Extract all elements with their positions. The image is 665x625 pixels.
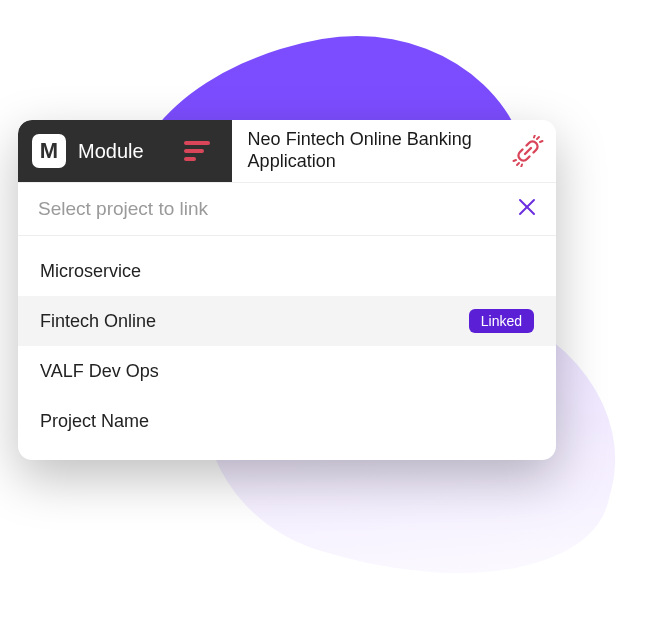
close-icon[interactable] — [518, 198, 536, 220]
svg-line-4 — [514, 160, 517, 161]
list-item-label: VALF Dev Ops — [40, 361, 159, 382]
svg-line-0 — [537, 137, 539, 139]
panel-header: M Module Neo Fintech Online Banking Appl… — [18, 120, 556, 182]
svg-line-1 — [540, 141, 543, 142]
search-input[interactable] — [38, 198, 518, 220]
svg-line-5 — [521, 165, 522, 167]
list-item[interactable]: Fintech Online Linked — [18, 296, 556, 346]
project-list: Microservice Fintech Online Linked VALF … — [18, 236, 556, 460]
link-icon[interactable] — [512, 135, 544, 167]
list-item-label: Microservice — [40, 261, 141, 282]
svg-line-3 — [517, 163, 519, 165]
project-title: Neo Fintech Online Banking Application — [248, 129, 502, 172]
list-item[interactable]: Microservice — [18, 246, 556, 296]
list-item[interactable]: VALF Dev Ops — [18, 346, 556, 396]
link-project-panel: M Module Neo Fintech Online Banking Appl… — [18, 120, 556, 460]
list-item-label: Project Name — [40, 411, 149, 432]
list-item-label: Fintech Online — [40, 311, 156, 332]
filter-icon[interactable] — [184, 141, 210, 161]
list-item[interactable]: Project Name — [18, 396, 556, 446]
module-header: M Module — [18, 120, 232, 182]
search-row — [18, 182, 556, 236]
module-label: Module — [78, 140, 144, 163]
linked-badge: Linked — [469, 309, 534, 333]
project-header: Neo Fintech Online Banking Application — [232, 120, 556, 182]
module-logo: M — [32, 134, 66, 168]
svg-line-2 — [534, 136, 535, 138]
